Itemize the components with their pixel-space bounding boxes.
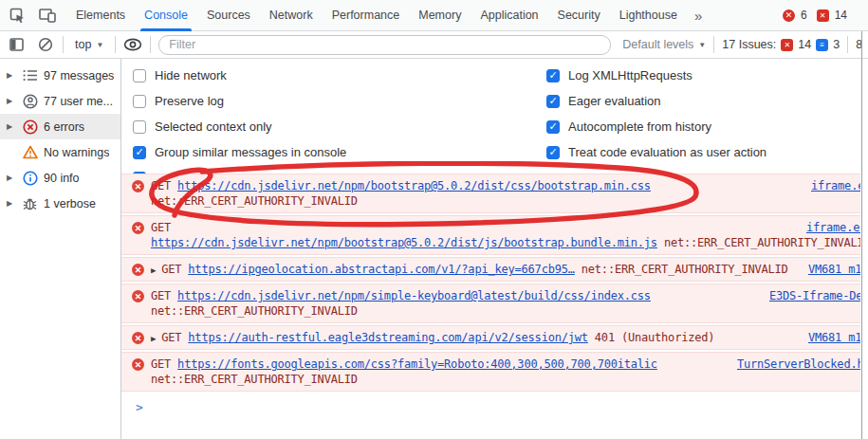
checkbox-hide-network[interactable]: Hide network [133,63,346,88]
source-location-link[interactable]: iframe.eagle3dstreaming.com, [806,220,860,235]
checkbox-icon[interactable] [546,120,560,134]
sidebar-item-messages[interactable]: ▶ 97 messages [0,63,120,88]
error-icon: ✕ [132,290,144,302]
device-toolbar-icon[interactable] [38,6,57,25]
source-location-link[interactable]: E3DS-Iframe-Der [769,288,860,303]
error-count[interactable]: 6 [801,9,807,22]
checkbox-eager-evaluation[interactable]: Eager evaluation [546,88,766,114]
tab-security[interactable]: Security [548,0,610,31]
expand-arrow-icon[interactable]: ▶ [7,71,16,80]
source-location-link[interactable]: VM681 m1: [808,330,860,345]
checkbox-autocomplete-history[interactable]: Autocomplete from history [546,114,766,139]
console-sidebar-toggle-icon[interactable] [8,35,27,54]
checkbox-log-xmlhttprequests[interactable]: Log XMLHttpRequests [546,63,766,88]
prompt-chevron-icon: > [136,400,143,414]
issues-error-badge-icon: ✕ [781,39,793,51]
checkbox-selected-context-only[interactable]: Selected context only [133,114,346,139]
chevron-down-icon: ▼ [698,41,706,49]
console-error-row: ✕ GET https://cdn.jsdelivr.net/npm/simpl… [121,284,860,323]
request-url-link[interactable]: https://cdn.jsdelivr.net/npm/bootstrap@5… [177,179,651,192]
checkbox-icon[interactable] [133,120,146,134]
error-icon: ✕ [132,332,144,344]
filter-input[interactable] [158,35,611,55]
console-error-row: ✕ ▶GET https://ipgeolocation.abstractapi… [121,257,860,282]
console-settings: Hide network Preserve log Selected conte… [121,59,860,174]
tab-network[interactable]: Network [260,0,323,31]
checkbox-icon[interactable] [133,69,146,82]
user-messages-icon [22,93,38,109]
request-url-link[interactable]: https://ipgeolocation.abstractapi.com/v1… [188,263,574,276]
error-icon [22,119,38,135]
checkbox-icon[interactable] [546,146,560,159]
tab-elements[interactable]: Elements [66,0,135,31]
request-url-link[interactable]: https://cdn.jsdelivr.net/npm/simple-keyb… [177,289,651,302]
checkbox-icon[interactable] [546,95,560,108]
error-icon: ✕ [132,358,144,371]
more-tabs-icon[interactable]: » [687,8,710,24]
checkbox-preserve-log[interactable]: Preserve log [133,88,346,114]
source-location-link[interactable]: iframe.eagle3dstreaming.com [811,178,860,193]
tab-console[interactable]: Console [135,0,197,31]
devtools-tabbar: Elements Console Sources Network Perform… [0,0,868,31]
checkbox-icon[interactable] [133,95,146,108]
console-main: Hide network Preserve log Selected conte… [121,59,860,439]
warning-icon [22,144,38,160]
panel-tabs: Elements Console Sources Network Perform… [66,0,687,31]
request-url-link[interactable]: https://cdn.jsdelivr.net/npm/bootstrap@5… [151,236,657,249]
console-error-row: ✕ GET https://fonts.googleapis.com/css?f… [121,352,860,392]
checkbox-icon[interactable] [133,146,146,159]
sidebar-item-warnings[interactable]: No warnings [0,139,120,165]
expand-arrow-icon[interactable]: ▶ [7,97,16,105]
checkbox-group-similar[interactable]: Group similar messages in console [133,139,346,165]
tab-performance[interactable]: Performance [323,0,410,31]
source-location-link[interactable]: VM681 m1 [808,262,860,277]
tab-application[interactable]: Application [471,0,547,31]
tab-memory[interactable]: Memory [409,0,471,31]
issues-summary[interactable]: 17 Issues: ✕ 14 ≡ 3 [722,38,840,51]
error-count-icon[interactable]: ✕ [783,9,795,22]
issues-count[interactable]: 14 [835,9,847,22]
list-icon [22,67,38,83]
error-icon: ✕ [132,222,144,234]
sidebar-item-verbose[interactable]: ▶ 1 verbose [0,191,120,216]
console-error-row: ✕ ▶GET https://auth-restful.eagle3dstrea… [121,325,860,350]
console-prompt[interactable]: > [121,393,860,414]
inspect-element-icon[interactable] [8,6,27,25]
console-messages: ✕ GET https://cdn.jsdelivr.net/npm/boots… [121,174,860,414]
error-icon: ✕ [132,180,144,192]
clear-console-icon[interactable] [36,35,55,54]
console-toolbar: top ▼ Default levels ▼ 17 Issues: ✕ 14 ≡… [0,31,868,59]
error-icon: ✕ [132,264,144,276]
devtools-window: Elements Console Sources Network Perform… [0,0,868,439]
checkbox-treat-code-eval[interactable]: Treat code evaluation as user action [546,139,766,165]
panel-edge-divider [861,31,862,439]
log-levels-dropdown[interactable]: Default levels ▼ [622,38,706,51]
verbose-bug-icon [22,195,38,211]
checkbox-icon[interactable] [546,69,560,82]
source-location-link[interactable]: TurnServerBlocked.ht [737,357,860,372]
issues-message-badge-icon: ≡ [816,39,828,51]
tab-sources[interactable]: Sources [197,0,260,31]
info-icon [22,170,38,186]
request-url-link[interactable]: https://fonts.googleapis.com/css?family=… [177,357,657,371]
tab-lighthouse[interactable]: Lighthouse [610,0,687,31]
expand-caret-icon[interactable]: ▶ [151,263,156,278]
expand-caret-icon[interactable]: ▶ [151,331,156,346]
live-expression-eye-icon[interactable] [123,35,142,54]
expand-arrow-icon[interactable]: ▶ [7,199,16,208]
sidebar-item-errors[interactable]: ▶ 6 errors [0,114,120,139]
execution-context-selector[interactable]: top ▼ [71,38,107,51]
request-url-link[interactable]: https://auth-restful.eagle3dstreaming.co… [188,331,587,344]
console-error-row: ✕ GET https://cdn.jsdelivr.net/npm/boots… [121,174,860,213]
sidebar-item-info[interactable]: ▶ 90 info [0,165,120,191]
sidebar-item-user-messages[interactable]: ▶ 77 user me... [0,88,120,114]
chevron-down-icon: ▼ [96,41,103,49]
console-error-row: ✕ GET https://cdn.jsdelivr.net/npm/boots… [121,215,860,255]
issues-count-icon[interactable]: ✕ [817,9,829,22]
console-sidebar: ▶ 97 messages ▶ [0,59,121,439]
expand-arrow-icon[interactable]: ▶ [7,174,16,182]
expand-arrow-icon[interactable]: ▶ [7,122,16,131]
